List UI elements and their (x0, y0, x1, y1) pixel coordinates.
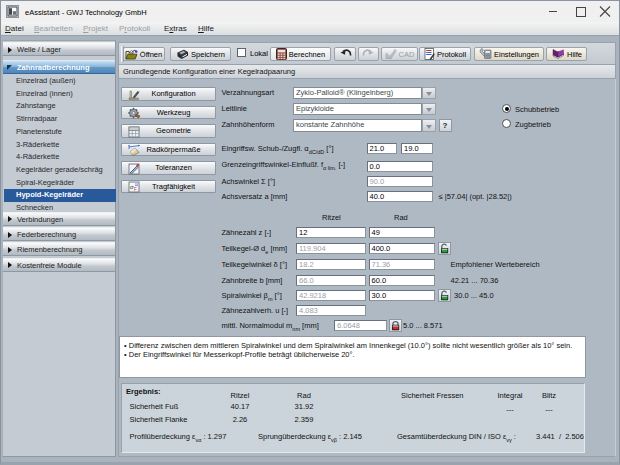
svg-text:F: F (134, 187, 137, 192)
